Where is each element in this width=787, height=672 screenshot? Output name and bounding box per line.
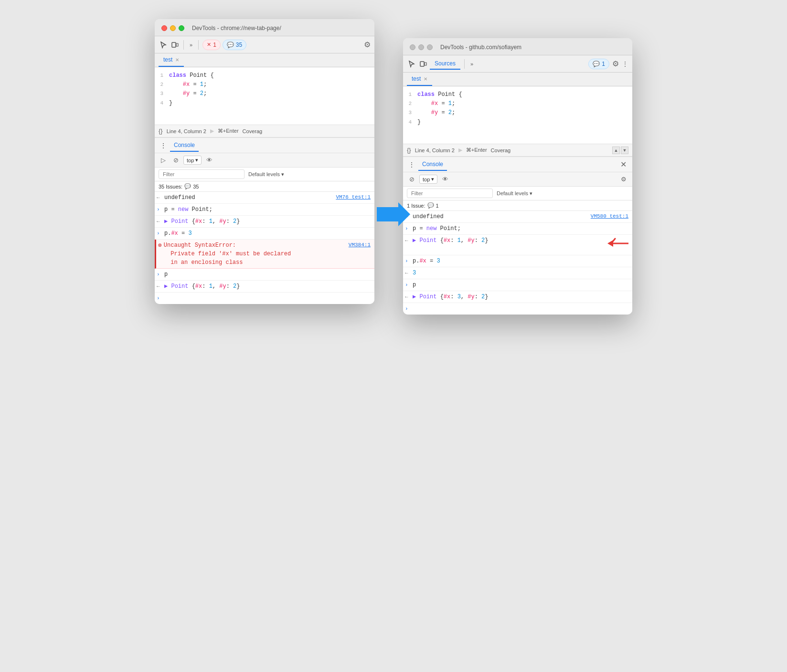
messages-count: 35 xyxy=(236,42,242,48)
execute-icon-1[interactable]: ▷ xyxy=(159,156,168,165)
minimize-button[interactable] xyxy=(170,25,176,31)
console-dots-icon-2[interactable]: ⋮ xyxy=(407,160,416,169)
coverage-label-1: Coverag xyxy=(243,128,263,134)
sources-tab[interactable]: Sources xyxy=(430,58,460,70)
prompt-arrow-2: › xyxy=(405,304,411,313)
messages-count-2: 1 xyxy=(602,61,605,67)
filter-input-2[interactable] xyxy=(407,189,493,198)
console-prompt-1[interactable]: › xyxy=(155,293,374,304)
arrow-left-1: ← xyxy=(157,193,162,202)
levels-arrow-1: ▾ xyxy=(281,171,284,178)
messages-badge-2[interactable]: 💬 1 xyxy=(588,59,609,69)
code-line-1-2: 2 #x = 1; xyxy=(155,80,374,89)
svg-rect-4 xyxy=(425,63,426,65)
console-output-1[interactable]: ← undefined VM76 test:1 › p = new Point;… xyxy=(155,192,374,304)
console-prompt-2[interactable]: › xyxy=(403,303,632,315)
settings-console-icon[interactable]: ⚙ xyxy=(619,175,628,184)
scroll-down-btn[interactable]: ▼ xyxy=(621,147,628,154)
arrow-left-2: ← xyxy=(157,217,162,226)
source-vm384[interactable]: VM384:1 xyxy=(349,241,371,249)
console-tab-label-2: Console xyxy=(422,161,443,168)
more-tabs-chevron-2[interactable]: » xyxy=(468,60,475,68)
minimize-button-2[interactable] xyxy=(418,44,424,50)
console-output-2[interactable]: ← undefined VM580 test:1 › p = new Point… xyxy=(403,211,632,315)
more-tabs-chevron[interactable]: » xyxy=(188,41,194,49)
tab-close-2[interactable]: ✕ xyxy=(424,76,427,82)
svg-marker-5 xyxy=(607,240,613,247)
console-tab-label-1: Console xyxy=(174,142,195,148)
arrow-right-1: › xyxy=(157,205,162,214)
close-button[interactable] xyxy=(161,25,167,31)
device-icon-2[interactable] xyxy=(418,59,428,69)
levels-label-1: Default levels xyxy=(248,171,280,177)
traffic-lights-2 xyxy=(410,44,433,50)
settings-icon-2[interactable]: ⚙ xyxy=(612,59,619,68)
device-icon[interactable] xyxy=(170,40,180,50)
issues-bar-2: 1 Issue: 💬 1 xyxy=(403,200,632,211)
titlebar-2: DevTools - github.com/sofiayem xyxy=(403,38,632,55)
console-entry-undefined-1: ← undefined VM76 test:1 xyxy=(155,192,374,204)
console-entry-point2-2: ← ▶ Point {#x: 3, #y: 2} xyxy=(403,291,632,303)
tab-test-1[interactable]: test ✕ xyxy=(159,53,184,67)
more-menu-icon[interactable]: ⋮ xyxy=(622,60,628,68)
titlebar-1: DevTools - chrome://new-tab-page/ xyxy=(155,19,374,36)
source-vm76[interactable]: VM76 test:1 xyxy=(336,193,371,201)
issues-bar-1: 35 Issues: 💬 35 xyxy=(155,181,374,192)
error-badge[interactable]: ✕ 1 xyxy=(202,40,221,50)
console-tab-2[interactable]: Console xyxy=(418,158,447,171)
tab-close-1[interactable]: ✕ xyxy=(175,57,179,63)
dropdown-arrow-2: ▾ xyxy=(431,176,434,182)
eye-icon-1[interactable]: 👁 xyxy=(204,156,214,165)
top-selector-2[interactable]: top ▾ xyxy=(419,175,437,184)
code-editor-1[interactable]: 1 class Point { 2 #x = 1; 3 #y = 2; 4 } xyxy=(155,67,374,125)
arrow-right-2-2: › xyxy=(405,257,411,265)
cursor-position-1: Line 4, Column 2 xyxy=(167,128,206,134)
filter-bar-1: Default levels ▾ xyxy=(155,168,374,181)
levels-dropdown-2[interactable]: Default levels ▾ xyxy=(497,190,532,197)
error-icon: ✕ xyxy=(207,42,211,48)
arrow-right-3: › xyxy=(157,270,162,279)
issues-count-1: 35 xyxy=(193,184,199,189)
messages-badge[interactable]: 💬 35 xyxy=(223,40,246,50)
settings-icon[interactable]: ⚙ xyxy=(364,40,371,49)
console-entry-point2-1: ← ▶ Point {#x: 1, #y: 2} xyxy=(155,281,374,293)
editor-tabs-bar-2: test ✕ xyxy=(403,73,632,86)
tab-test-2[interactable]: test ✕ xyxy=(407,73,432,86)
braces-icon-2[interactable]: {} xyxy=(407,147,411,154)
code-line-1-1: 1 class Point { xyxy=(155,71,374,80)
console-entry-p-new-2: › p = new Point; xyxy=(403,223,632,235)
braces-icon-1[interactable]: {} xyxy=(159,127,163,135)
devtools-window-1: DevTools - chrome://new-tab-page/ » ✕ 1 xyxy=(155,19,374,304)
console-close-btn[interactable]: ✕ xyxy=(618,160,628,169)
status-bar-2: {} Line 4, Column 2 ▶ ⌘+Enter Coverag ▲ … xyxy=(403,144,632,156)
inspect-icon[interactable] xyxy=(159,40,168,50)
block-icon-1[interactable]: ⊘ xyxy=(171,156,181,165)
block-icon-2[interactable]: ⊘ xyxy=(407,175,416,184)
console-entry-point-1: ← ▶ Point {#x: 1, #y: 2} xyxy=(155,216,374,228)
maximize-button-2[interactable] xyxy=(427,44,433,50)
blue-arrow-icon xyxy=(377,202,410,226)
code-line-2-1: 1 class Point { xyxy=(403,90,632,99)
levels-arrow-2: ▾ xyxy=(530,190,532,197)
scroll-up-btn[interactable]: ▲ xyxy=(612,147,620,154)
source-vm580[interactable]: VM580 test:1 xyxy=(591,212,628,220)
filter-input-1[interactable] xyxy=(159,169,245,179)
arrow-left-2-3: ← xyxy=(405,269,411,277)
inspect-icon-2[interactable] xyxy=(407,59,416,69)
levels-dropdown-1[interactable]: Default levels ▾ xyxy=(248,171,284,178)
svg-marker-2 xyxy=(377,202,410,226)
cursor-position-2: Line 4, Column 2 xyxy=(415,147,455,153)
console-dots-icon-1[interactable]: ⋮ xyxy=(159,141,168,150)
console-tab-1[interactable]: Console xyxy=(170,139,199,152)
top-selector-1[interactable]: top ▾ xyxy=(183,156,202,165)
code-line-2-2: 2 #x = 1; xyxy=(403,99,632,108)
code-editor-2[interactable]: 1 class Point { 2 #x = 1; 3 #y = 2; 4 } xyxy=(403,86,632,144)
arrow-right-2: › xyxy=(157,229,162,238)
console-section-1: ⋮ Console ▷ ⊘ top ▾ 👁 Default levels xyxy=(155,137,374,304)
console-tabs-bar-1: ⋮ Console xyxy=(155,138,374,153)
console-entry-undefined-2: ← undefined VM580 test:1 xyxy=(403,211,632,223)
eye-icon-2[interactable]: 👁 xyxy=(440,175,450,184)
close-button-2[interactable] xyxy=(410,44,415,50)
svg-rect-3 xyxy=(420,62,424,66)
maximize-button[interactable] xyxy=(179,25,184,31)
